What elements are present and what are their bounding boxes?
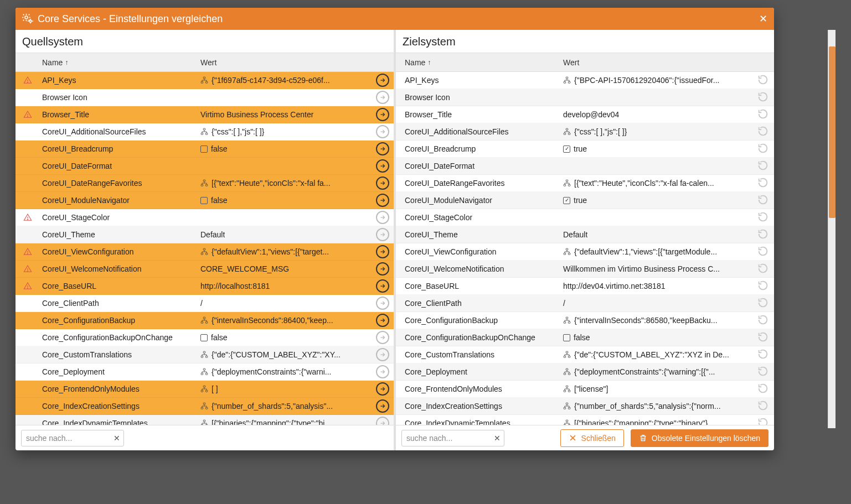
revert-button[interactable]	[757, 96, 769, 105]
revert-button[interactable]	[757, 319, 769, 328]
action-cell	[752, 382, 774, 396]
table-row[interactable]: CoreUI_AdditionalSourceFiles {"css":[ ],…	[396, 123, 774, 141]
table-row[interactable]: Core_Deployment {"deploymentConstraints"…	[16, 363, 394, 381]
table-row[interactable]: CoreUI_ModuleNavigator true	[396, 192, 774, 209]
col-header-name[interactable]: Name ↑	[40, 58, 198, 67]
transfer-right-button[interactable]	[376, 314, 389, 327]
table-row[interactable]: CoreUI_Breadcrump false	[16, 141, 394, 158]
table-row[interactable]: CoreUI_Theme Default	[396, 226, 774, 243]
transfer-right-button[interactable]	[376, 245, 389, 258]
table-row[interactable]: Browser Icon	[396, 89, 774, 106]
value-cell: Willkommen im Virtimo Business Process C…	[561, 264, 752, 273]
table-row[interactable]: Core_ClientPath /	[396, 295, 774, 312]
table-row[interactable]: CoreUI_DateFormat	[396, 158, 774, 175]
table-row[interactable]: Browser_Title Virtimo Business Process C…	[16, 106, 394, 123]
revert-button[interactable]	[757, 147, 769, 156]
transfer-right-button[interactable]	[376, 211, 389, 224]
table-row[interactable]: CoreUI_DateFormat	[16, 158, 394, 175]
close-button[interactable]: Schließen	[560, 429, 624, 447]
col-header-value[interactable]: Wert	[561, 58, 752, 67]
transfer-right-button[interactable]	[376, 228, 389, 241]
transfer-right-button[interactable]	[376, 365, 389, 378]
revert-button[interactable]	[757, 250, 769, 259]
revert-button[interactable]	[757, 113, 769, 122]
table-row[interactable]: Core_BaseURL http://dev04.virtimo.net:38…	[396, 278, 774, 295]
transfer-right-button[interactable]	[376, 279, 389, 293]
table-row[interactable]: CoreUI_StageColor	[396, 209, 774, 226]
transfer-right-button[interactable]	[376, 74, 389, 87]
transfer-right-button[interactable]	[376, 142, 389, 155]
table-row[interactable]: Core_IndexCreationSettings {"number_of_s…	[396, 398, 774, 415]
revert-button[interactable]	[757, 130, 769, 139]
table-row[interactable]: Core_ConfigurationBackup {"intervalInSec…	[16, 312, 394, 329]
table-row[interactable]: Core_ConfigurationBackupOnChange false	[396, 329, 774, 346]
window-scrollbar[interactable]	[828, 30, 835, 428]
table-row[interactable]: CoreUI_Breadcrump true	[396, 141, 774, 158]
scrollbar-thumb[interactable]	[829, 46, 835, 218]
target-search-input[interactable]: suche nach... ✕	[401, 430, 504, 446]
delete-obsolete-button[interactable]: Obsolete Einstellungen löschen	[631, 429, 769, 447]
table-row[interactable]: Core_ClientPath /	[16, 295, 394, 312]
table-row[interactable]: CoreUI_ViewConfiguration {"defaultView":…	[16, 243, 394, 261]
table-row[interactable]: CoreUI_ModuleNavigator false	[16, 192, 394, 209]
table-row[interactable]: CoreUI_WelcomeNotification CORE_WELCOME_…	[16, 261, 394, 278]
revert-button[interactable]	[757, 199, 769, 207]
table-row[interactable]: CoreUI_DateRangeFavorites [{"text":"Heut…	[16, 175, 394, 192]
table-row[interactable]: Core_IndexDynamicTemplates [{"binaries":…	[16, 415, 394, 425]
table-row[interactable]: Core_ConfigurationBackupOnChange false	[16, 329, 394, 346]
table-row[interactable]: CoreUI_StageColor	[16, 209, 394, 226]
table-row[interactable]: Core_ConfigurationBackup {"intervalInSec…	[396, 312, 774, 329]
table-row[interactable]: Browser_Title develop@dev04	[396, 106, 774, 123]
transfer-right-button[interactable]	[376, 348, 389, 361]
transfer-right-button[interactable]	[376, 399, 389, 413]
table-row[interactable]: Core_BaseURL http://localhost:8181	[16, 278, 394, 295]
svg-rect-22	[205, 321, 208, 323]
revert-button[interactable]	[757, 404, 769, 413]
table-row[interactable]: Core_IndexCreationSettings {"number_of_s…	[16, 398, 394, 415]
revert-button[interactable]	[757, 302, 769, 310]
revert-button[interactable]	[757, 353, 769, 362]
svg-rect-33	[201, 407, 203, 409]
transfer-right-button[interactable]	[376, 108, 389, 121]
transfer-right-button[interactable]	[376, 176, 389, 190]
revert-button[interactable]	[757, 336, 769, 345]
clear-search-icon[interactable]: ✕	[494, 434, 501, 443]
transfer-right-button[interactable]	[376, 417, 389, 425]
table-row[interactable]: Browser Icon	[16, 89, 394, 106]
clear-search-icon[interactable]: ✕	[114, 434, 120, 443]
table-row[interactable]: Core_CustomTranslations {"de":{"CUSTOM_L…	[396, 346, 774, 363]
table-row[interactable]: Core_IndexDynamicTemplates [{"binaries":…	[396, 415, 774, 425]
transfer-right-button[interactable]	[376, 159, 389, 173]
transfer-right-button[interactable]	[376, 382, 389, 396]
table-row[interactable]: Core_CustomTranslations {"de":{"CUSTOM_L…	[16, 346, 394, 363]
table-row[interactable]: Core_FrontendOnlyModules ["license"]	[396, 381, 774, 398]
revert-button[interactable]	[757, 284, 769, 293]
revert-button[interactable]	[757, 387, 769, 396]
table-row[interactable]: API_Keys {"1f697af5-c147-3d94-c529-e06f.…	[16, 72, 394, 89]
revert-button[interactable]	[757, 216, 769, 225]
transfer-right-button[interactable]	[376, 331, 389, 344]
table-row[interactable]: CoreUI_Theme Default	[16, 226, 394, 243]
table-row[interactable]: Core_FrontendOnlyModules [ ]	[16, 381, 394, 398]
table-row[interactable]: CoreUI_ViewConfiguration {"defaultView":…	[396, 243, 774, 261]
table-row[interactable]: CoreUI_AdditionalSourceFiles {"css":[ ],…	[16, 123, 394, 141]
transfer-right-button[interactable]	[376, 262, 389, 276]
col-header-name[interactable]: Name ↑	[403, 58, 561, 67]
source-search-input[interactable]: suche nach... ✕	[21, 430, 124, 446]
revert-button[interactable]	[757, 267, 769, 276]
transfer-right-button[interactable]	[376, 297, 389, 310]
table-row[interactable]: CoreUI_DateRangeFavorites [{"text":"Heut…	[396, 175, 774, 192]
revert-button[interactable]	[757, 233, 769, 242]
close-icon[interactable]: ✕	[759, 13, 767, 25]
table-row[interactable]: Core_Deployment {"deploymentConstraints"…	[396, 363, 774, 381]
col-header-value[interactable]: Wert	[198, 58, 372, 67]
transfer-right-button[interactable]	[376, 125, 389, 138]
transfer-right-button[interactable]	[376, 91, 389, 104]
revert-button[interactable]	[757, 79, 769, 87]
table-row[interactable]: CoreUI_WelcomeNotification Willkommen im…	[396, 261, 774, 278]
transfer-right-button[interactable]	[376, 194, 389, 207]
revert-button[interactable]	[757, 181, 769, 190]
revert-button[interactable]	[757, 164, 769, 173]
revert-button[interactable]	[757, 370, 769, 379]
table-row[interactable]: API_Keys {"BPC-API-1570612920406":{"issu…	[396, 72, 774, 89]
